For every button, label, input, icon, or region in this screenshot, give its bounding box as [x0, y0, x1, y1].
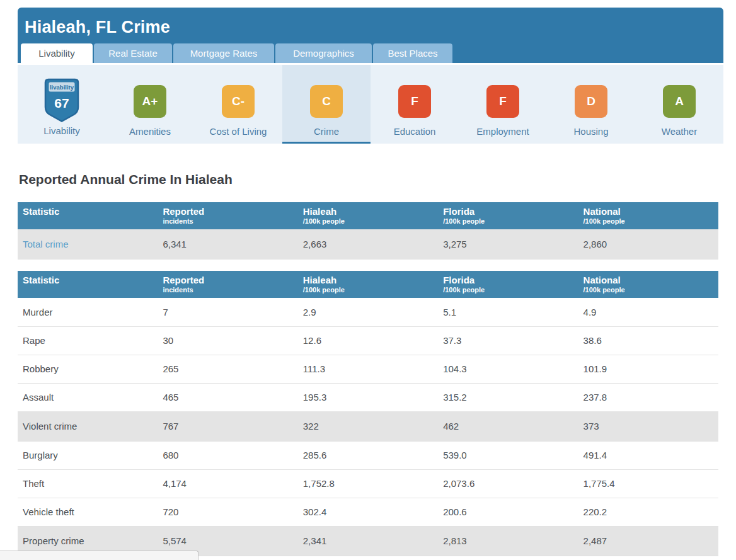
florida-value: 462: [438, 411, 578, 441]
score-cell-amenities[interactable]: A+ Amenities: [106, 65, 194, 144]
column-header-reported: Reportedincidents: [158, 271, 297, 298]
reported-value: 680: [158, 441, 297, 469]
hialeah-value: 1,752.8: [298, 469, 438, 498]
livability-badge-label: livability: [50, 84, 74, 91]
score-cell-employment[interactable]: F Employment: [459, 65, 547, 144]
score-cell-housing[interactable]: D Housing: [547, 65, 635, 144]
national-value: 1,775.4: [578, 469, 718, 498]
hialeah-value: 111.3: [298, 355, 438, 383]
column-header-statistic: Statistic: [18, 271, 158, 298]
table-row-burglary: Burglary 680 285.6 539.0 491.4: [18, 441, 718, 469]
column-header-hialeah: Hialeah/100k people: [298, 202, 438, 229]
column-header-national: National/100k people: [578, 271, 718, 298]
column-header-hialeah: Hialeah/100k people: [298, 271, 438, 298]
reported-value: 30: [158, 326, 297, 355]
grade-badge-weather: A: [663, 85, 696, 118]
national-value: 373: [578, 411, 718, 441]
score-label-housing: Housing: [547, 126, 635, 137]
grade-badge-cost-of-living: C-: [222, 85, 255, 118]
grade-badge-housing: D: [575, 85, 607, 118]
statistic-name: Murder: [18, 298, 158, 326]
florida-value: 104.3: [438, 355, 578, 383]
tab-best-places[interactable]: Best Places: [373, 43, 452, 63]
grade-badge-amenities: A+: [134, 85, 166, 118]
column-header-national: National/100k people: [578, 202, 718, 229]
national-value: 2,487: [578, 526, 718, 556]
national-value: 237.8: [578, 383, 718, 411]
score-label-cost-of-living: Cost of Living: [194, 126, 282, 137]
grade-badge-education: F: [398, 85, 431, 118]
statistic-name: Rape: [18, 326, 158, 355]
score-cell-cost-of-living[interactable]: C- Cost of Living: [194, 65, 282, 144]
grade-badge-crime: C: [310, 85, 343, 118]
hialeah-value: 285.6: [298, 441, 438, 469]
florida-value: 200.6: [438, 498, 578, 526]
table-row-rape: Rape 30 12.6 37.3 38.6: [18, 326, 718, 355]
total-crime-national: 2,860: [578, 229, 718, 259]
browser-status-tooltip: [0, 551, 198, 560]
table-header-row: Statistic Reportedincidents Hialeah/100k…: [18, 202, 718, 229]
table-row-assault: Assault 465 195.3 315.2 237.8: [18, 383, 718, 411]
score-cell-livability[interactable]: livability 67 Livability: [18, 65, 106, 144]
livability-shield-icon: livability 67: [18, 77, 106, 123]
tab-bar: Livability Real Estate Mortgage Rates De…: [21, 43, 452, 63]
reported-value: 465: [158, 383, 297, 411]
score-cell-education[interactable]: F Education: [371, 65, 459, 144]
statistic-name: Vehicle theft: [18, 498, 158, 526]
livability-score: 67: [54, 96, 69, 110]
total-crime-link[interactable]: Total crime: [18, 229, 158, 259]
hialeah-value: 195.3: [298, 383, 438, 411]
column-header-florida: Florida/100k people: [438, 202, 578, 229]
national-value: 38.6: [578, 326, 718, 355]
florida-value: 539.0: [438, 441, 578, 469]
florida-value: 37.3: [438, 326, 578, 355]
crime-detail-table: Statistic Reportedincidents Hialeah/100k…: [18, 271, 718, 556]
total-crime-hialeah: 2,663: [298, 229, 438, 259]
national-value: 491.4: [578, 441, 718, 469]
table-row-robbery: Robbery 265 111.3 104.3 101.9: [18, 355, 718, 383]
score-cell-weather[interactable]: A Weather: [635, 65, 723, 144]
grade-badge-employment: F: [486, 85, 519, 118]
hialeah-value: 2,341: [298, 526, 438, 556]
score-label-employment: Employment: [459, 126, 547, 137]
hialeah-value: 302.4: [298, 498, 438, 526]
hialeah-value: 322: [298, 411, 438, 441]
section-heading: Reported Annual Crime In Hialeah: [19, 172, 233, 187]
tab-livability[interactable]: Livability: [21, 43, 93, 63]
table-row-total-crime: Total crime 6,341 2,663 3,275 2,860: [18, 229, 718, 259]
score-strip: livability 67 Livability A+ Amenities C-…: [18, 65, 723, 144]
score-label-amenities: Amenities: [106, 126, 194, 137]
hialeah-value: 2.9: [298, 298, 438, 326]
national-value: 220.2: [578, 498, 718, 526]
page: Hialeah, FL Crime Livability Real Estate…: [0, 0, 736, 560]
table-row-theft: Theft 4,174 1,752.8 2,073.6 1,775.4: [18, 469, 718, 498]
reported-value: 767: [158, 411, 297, 441]
table-row-violent-crime: Violent crime 767 322 462 373: [18, 411, 718, 441]
statistic-name: Assault: [18, 383, 158, 411]
score-label-education: Education: [371, 126, 459, 137]
table-header-row: Statistic Reportedincidents Hialeah/100k…: [18, 271, 718, 298]
page-header: Hialeah, FL Crime Livability Real Estate…: [18, 8, 723, 63]
page-title: Hialeah, FL Crime: [18, 8, 723, 37]
reported-value: 265: [158, 355, 297, 383]
table-row-murder: Murder 7 2.9 5.1 4.9: [18, 298, 718, 326]
table-row-vehicle-theft: Vehicle theft 720 302.4 200.6 220.2: [18, 498, 718, 526]
total-crime-florida: 3,275: [438, 229, 578, 259]
score-cell-crime[interactable]: C Crime: [282, 65, 371, 144]
reported-value: 4,174: [158, 469, 297, 498]
score-label-crime: Crime: [282, 126, 371, 137]
reported-value: 7: [158, 298, 297, 326]
total-crime-table: Statistic Reportedincidents Hialeah/100k…: [18, 202, 718, 260]
statistic-name: Robbery: [18, 355, 158, 383]
score-label-weather: Weather: [635, 126, 723, 137]
tab-demographics[interactable]: Demographics: [275, 43, 372, 63]
florida-value: 5.1: [438, 298, 578, 326]
statistic-name: Burglary: [18, 441, 158, 469]
statistic-name: Violent crime: [18, 411, 158, 441]
hialeah-value: 12.6: [298, 326, 438, 355]
florida-value: 2,073.6: [438, 469, 578, 498]
tab-mortgage-rates[interactable]: Mortgage Rates: [173, 43, 274, 63]
tab-real-estate[interactable]: Real Estate: [94, 43, 172, 63]
national-value: 101.9: [578, 355, 718, 383]
florida-value: 2,813: [438, 526, 578, 556]
